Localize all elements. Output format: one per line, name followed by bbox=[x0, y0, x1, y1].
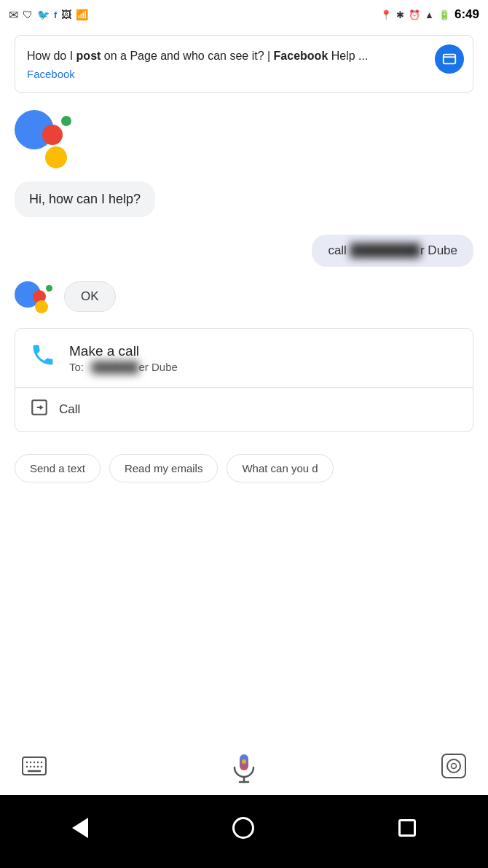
chip-what-can-you[interactable]: What can you d bbox=[227, 454, 333, 482]
battery-icon: 🔋 bbox=[438, 9, 450, 20]
assistant-response-row: OK bbox=[0, 281, 488, 313]
signal-icon: ▲ bbox=[425, 9, 434, 20]
assistant-logo-large bbox=[15, 110, 80, 176]
lens-icon[interactable] bbox=[441, 754, 466, 783]
call-card-to: To: J██████er Dube bbox=[69, 361, 178, 373]
bold-facebook: Facebook bbox=[274, 50, 328, 62]
assistant-logo-small bbox=[15, 281, 57, 313]
shield-icon: 🛡 bbox=[23, 9, 33, 20]
suggestions-row: Send a text Read my emails What can you … bbox=[0, 447, 488, 490]
bold-post: post bbox=[76, 50, 101, 62]
svg-rect-0 bbox=[444, 55, 456, 64]
phone-icon bbox=[30, 342, 56, 374]
search-card-source: Facebook bbox=[27, 68, 461, 80]
dot-yellow-large bbox=[45, 146, 67, 168]
search-card-browser-icon bbox=[435, 44, 464, 74]
nav-bar bbox=[0, 795, 488, 868]
search-card-text: How do I post on a Page and who can see … bbox=[27, 47, 461, 65]
svg-rect-19 bbox=[442, 754, 465, 778]
location-icon: 📍 bbox=[380, 9, 392, 20]
assistant-ok-bubble: OK bbox=[64, 281, 116, 312]
call-to-blurred: J██████ bbox=[87, 361, 138, 373]
chip-send-text[interactable]: Send a text bbox=[15, 454, 101, 482]
nav-recents-button[interactable] bbox=[398, 819, 416, 837]
call-card-title: Make a call bbox=[69, 343, 178, 359]
dot-red-large bbox=[42, 125, 63, 145]
call-card-info: Make a call To: J██████er Dube bbox=[69, 343, 178, 373]
call-arrow-icon bbox=[30, 398, 49, 421]
status-bar: ✉ 🛡 🐦 f 🖼 📶 📍 ✱ ⏰ ▲ 🔋 6:49 bbox=[0, 0, 488, 29]
call-btn-label[interactable]: Call bbox=[59, 402, 80, 417]
user-bubble: call ████████r Dube bbox=[312, 235, 473, 267]
nav-home-button[interactable] bbox=[232, 817, 254, 839]
status-icons-right: 📍 ✱ ⏰ ▲ 🔋 6:49 bbox=[380, 7, 479, 22]
user-message-row: call ████████r Dube bbox=[0, 235, 488, 267]
svg-point-21 bbox=[452, 764, 457, 769]
bluetooth-icon: ✱ bbox=[396, 9, 404, 20]
facebook-icon: f bbox=[54, 9, 57, 20]
dot-yellow-small bbox=[35, 300, 48, 313]
assistant-section: Hi, how can I help? bbox=[0, 98, 488, 235]
blurred-name: ████████ bbox=[350, 243, 420, 258]
alarm-icon: ⏰ bbox=[409, 9, 420, 20]
dot-green-small bbox=[46, 285, 52, 292]
bottom-actions bbox=[0, 741, 488, 795]
assistant-greeting-bubble: Hi, how can I help? bbox=[15, 181, 155, 217]
dot-green-large bbox=[61, 116, 71, 126]
call-card-top: Make a call To: J██████er Dube bbox=[15, 329, 473, 388]
chip-read-emails[interactable]: Read my emails bbox=[109, 454, 219, 482]
svg-point-18 bbox=[242, 759, 246, 764]
gmail-icon: ✉ bbox=[9, 8, 18, 22]
image-icon: 🖼 bbox=[61, 9, 71, 20]
call-card[interactable]: Make a call To: J██████er Dube Call bbox=[15, 328, 473, 432]
search-card[interactable]: How do I post on a Page and who can see … bbox=[15, 35, 473, 93]
call-card-bottom[interactable]: Call bbox=[15, 388, 473, 431]
mic-button[interactable] bbox=[227, 751, 261, 785]
wifi-icon: 📶 bbox=[76, 9, 88, 20]
status-icons-left: ✉ 🛡 🐦 f 🖼 📶 bbox=[9, 8, 88, 22]
nav-back-button[interactable] bbox=[72, 818, 88, 838]
keyboard-icon[interactable] bbox=[22, 756, 47, 780]
svg-point-20 bbox=[447, 759, 460, 773]
status-time: 6:49 bbox=[454, 7, 479, 22]
twitter-icon: 🐦 bbox=[37, 9, 50, 20]
